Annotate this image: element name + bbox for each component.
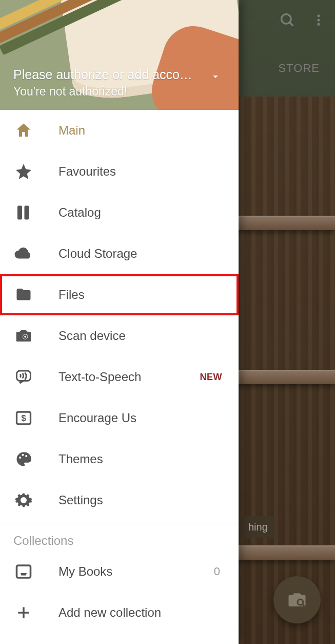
nav-item-cloud-storage[interactable]: Cloud Storage — [0, 233, 239, 274]
nav-item-label: Add new collection — [58, 605, 225, 620]
drawer-title: Please authorize or add acco… — [13, 67, 198, 82]
palette-icon — [13, 449, 34, 469]
svg-point-15 — [19, 457, 21, 459]
star-icon — [13, 161, 34, 182]
nav-item-settings[interactable]: Settings — [0, 480, 239, 521]
chevron-down-icon[interactable] — [210, 71, 221, 82]
nav-item-main[interactable]: Main — [0, 110, 239, 151]
svg-rect-7 — [17, 206, 22, 220]
collection-label: My Books — [58, 564, 189, 579]
nav-item-label: Catalog — [58, 205, 225, 220]
dollar-icon: $ — [13, 408, 34, 428]
speech-icon — [13, 367, 34, 387]
nav-item-label: Scan device — [58, 329, 225, 343]
nav-item-encourage[interactable]: $ Encourage Us — [0, 397, 239, 439]
nav-item-catalog[interactable]: Catalog — [0, 192, 239, 233]
inbox-icon — [13, 561, 34, 582]
nav-item-label: Favourites — [58, 164, 225, 179]
svg-point-17 — [25, 455, 27, 457]
svg-rect-18 — [17, 565, 31, 578]
nav-item-label: Main — [58, 123, 225, 138]
collection-my-books[interactable]: My Books 0 — [0, 551, 239, 592]
gear-icon — [13, 490, 34, 510]
folder-icon — [13, 285, 34, 305]
nav-item-label: Cloud Storage — [58, 247, 225, 261]
camera-search-icon — [13, 326, 34, 346]
home-icon — [13, 120, 34, 141]
nav-item-label: Themes — [58, 452, 225, 466]
drawer-list: Main Favourites Catalog Cloud Storage Fi — [0, 110, 239, 644]
svg-text:$: $ — [21, 413, 26, 423]
nav-item-files[interactable]: Files — [0, 274, 239, 315]
nav-item-label: Settings — [58, 493, 225, 507]
collections-section-title: Collections — [0, 528, 239, 551]
drawer-scrim[interactable] — [239, 0, 335, 644]
nav-item-label: Encourage Us — [58, 411, 225, 425]
nav-item-label: Files — [58, 288, 225, 302]
collection-count: 0 — [214, 565, 220, 578]
svg-point-16 — [22, 454, 24, 456]
nav-item-themes[interactable]: Themes — [0, 439, 239, 480]
navigation-drawer: Please authorize or add acco… You're not… — [0, 0, 239, 644]
add-new-collection[interactable]: Add new collection — [0, 592, 239, 633]
new-badge: NEW — [200, 372, 223, 383]
cloud-icon — [13, 243, 34, 264]
nav-item-favourites[interactable]: Favourites — [0, 151, 239, 192]
svg-rect-8 — [25, 206, 29, 220]
plus-icon — [13, 602, 34, 623]
nav-item-label: Text-to-Speech — [58, 370, 175, 384]
books-icon — [13, 202, 34, 223]
nav-item-tts[interactable]: Text-to-Speech NEW — [0, 356, 239, 397]
drawer-subtitle: You're not authorized! — [13, 85, 127, 99]
divider — [0, 523, 239, 523]
nav-item-scan-device[interactable]: Scan device — [0, 315, 239, 356]
drawer-header[interactable]: Please authorize or add acco… You're not… — [0, 0, 239, 110]
